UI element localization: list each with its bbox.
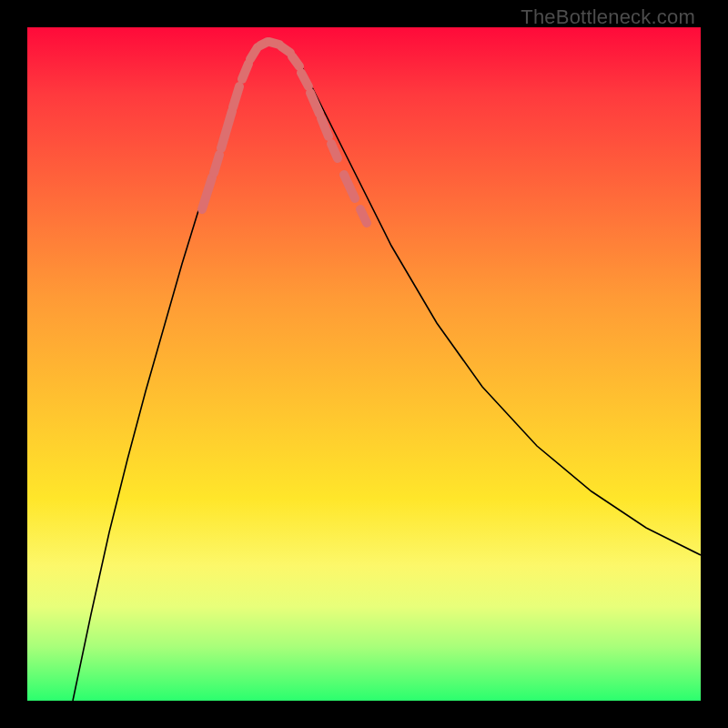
marker-segment xyxy=(344,175,355,198)
marker-segment xyxy=(214,155,219,173)
marker-segment xyxy=(310,93,319,114)
marker-segment xyxy=(221,111,232,148)
chart-plot-area xyxy=(27,27,701,701)
marker-segment xyxy=(281,46,290,53)
chart-svg xyxy=(27,27,701,701)
marker-segment xyxy=(242,64,248,79)
marker-segment xyxy=(360,209,367,223)
bottleneck-curve xyxy=(73,41,701,701)
highlight-markers xyxy=(202,42,367,223)
marker-segment xyxy=(321,118,329,136)
marker-segment xyxy=(233,86,239,107)
marker-segment xyxy=(331,144,338,158)
watermark-text: TheBottleneck.com xyxy=(521,5,695,29)
marker-segment xyxy=(301,73,308,86)
marker-segment xyxy=(202,177,212,209)
marker-segment xyxy=(250,47,258,59)
marker-segment xyxy=(292,56,299,66)
